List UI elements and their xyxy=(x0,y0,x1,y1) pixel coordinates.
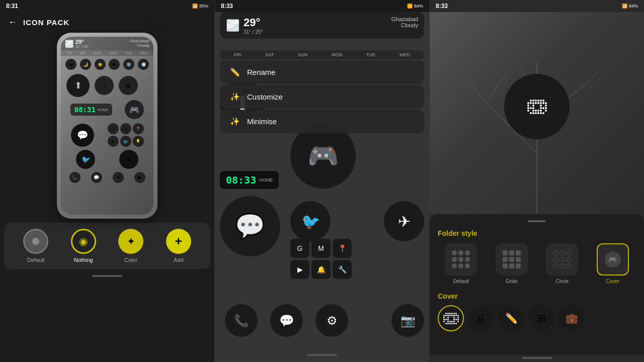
page-title-p1: ICON PACK xyxy=(23,18,69,27)
home-indicator-p3 xyxy=(522,357,552,359)
ctx-weather-condition: Cloudy xyxy=(391,22,418,28)
battery-p2: 84% xyxy=(414,4,423,9)
option-color[interactable]: ✦ Color xyxy=(118,229,143,263)
phone-clock-widget: 08:31 HOME xyxy=(70,104,112,116)
phone-weather: 🌫️ 29° 31° / 25° Ghaziabad Cloudy xyxy=(61,37,153,50)
customize-label: Customize xyxy=(247,93,283,101)
home-indicator-p2 xyxy=(307,354,337,356)
phone-icon-youtube: ▶ xyxy=(134,172,145,183)
status-bar-panel1: 8:31 📶 85% xyxy=(0,0,214,12)
back-button-p1[interactable]: ← xyxy=(8,17,17,28)
folder-opt-circle[interactable]: Circle xyxy=(546,243,578,284)
rename-label: Rename xyxy=(247,68,276,76)
phone-icon-g: G xyxy=(108,123,119,134)
minimise-label: Minimise xyxy=(247,117,277,126)
bg-icon-bubble: 💬 xyxy=(270,304,303,337)
bg-icon-twitter: 🐦 xyxy=(290,201,331,241)
folder-opt-cover-box[interactable]: 🎮 xyxy=(597,243,629,276)
phone-icon-gamepad: 🎮 xyxy=(125,100,144,119)
phone-icon-pin: 📍 xyxy=(133,123,144,134)
option-nothing[interactable]: ◉ Nothing xyxy=(71,229,96,263)
cover-opt-print[interactable]: 🖨 xyxy=(468,305,494,331)
status-icons-p1: 📶 85% xyxy=(192,4,208,9)
ctx-menu-rename[interactable]: ✏️ Rename xyxy=(220,60,424,84)
context-menu: ✏️ Rename ✨ Customize ✨ Minimise xyxy=(220,60,424,133)
phone-icon-bubble: 💬 xyxy=(91,172,102,183)
option-add-circle: + xyxy=(166,229,191,254)
ctx-weather-temp: 29° xyxy=(244,16,260,29)
option-default[interactable]: Default xyxy=(23,229,48,263)
ctx-weather-range: 31° / 25° xyxy=(244,29,263,35)
cover-opt-gamepad[interactable] xyxy=(438,305,464,331)
panel-context-menu: 💬 🎮 ⬆ 🐦 ✈ 📞 💬 ⚙ 📷 G M 📍 ▶ 🔔 🔧 📷 8:33 📶 xyxy=(215,0,429,362)
phone-icon-whatsapp: 💬 xyxy=(71,124,94,147)
folder-opt-grids[interactable]: Grids xyxy=(496,243,528,284)
bg-small-icons: G M 📍 ▶ 🔔 🔧 xyxy=(290,239,352,279)
phone-icon-yt: ▶ xyxy=(108,136,119,147)
status-time-p3: 8:33 xyxy=(436,3,448,10)
panel3-main-icon xyxy=(504,74,570,139)
ctx-clock-text: 08:33 xyxy=(226,174,256,186)
phone-icon-phone: 📞 xyxy=(69,172,80,183)
option-add[interactable]: + Add xyxy=(166,229,191,263)
phone-icon-rain: 🌧 xyxy=(109,59,120,70)
phone-days: FRI SAT SUN MON TUE WED xyxy=(61,50,153,56)
bg-icon-chrome: ⚙ xyxy=(315,304,348,337)
weather-location-p1: Ghaziabad xyxy=(130,39,149,43)
phone-icon-lamp: 💡 xyxy=(133,136,144,147)
option-nothing-label: Nothing xyxy=(74,257,93,263)
folder-opt-cover-label: Cover xyxy=(606,279,619,284)
folder-style-title: Folder style xyxy=(438,229,636,237)
pixel-gamepad-icon xyxy=(527,100,547,114)
folder-opt-circle-label: Circle xyxy=(555,279,569,284)
status-time-p2: 8:33 xyxy=(221,3,233,10)
weather-condition-p1: Cloudy xyxy=(130,43,149,48)
option-add-label: Add xyxy=(174,257,184,263)
option-color-label: Color xyxy=(124,257,137,263)
ctx-menu-customize[interactable]: ✨ Customize xyxy=(220,85,424,109)
folder-opt-grids-label: Grids xyxy=(506,279,518,284)
phone-icon-m: M xyxy=(120,123,131,134)
ctx-weather-icon: 🌫️ xyxy=(226,19,239,32)
bg-icon-phone: 📞 xyxy=(225,304,258,337)
header-p1: ← ICON PACK xyxy=(0,12,214,33)
pixel-gamepad-small-icon xyxy=(443,313,459,324)
signal-icon-p3: 📶 xyxy=(622,4,627,9)
option-nothing-circle: ◉ xyxy=(71,229,96,254)
ctx-weather-location: Ghaziabad xyxy=(391,16,418,22)
phone-icon-music: ♪ xyxy=(95,76,114,95)
svg-line-3 xyxy=(466,78,486,103)
svg-line-5 xyxy=(588,63,608,83)
folder-opt-grids-box[interactable] xyxy=(496,243,528,276)
option-default-dot xyxy=(32,238,39,245)
phone-icon-thread: ⊕ xyxy=(119,76,138,95)
panel-icon-pack: 8:31 📶 85% ← ICON PACK 🌫️ 29° 31° / 25° … xyxy=(0,0,215,362)
cover-preview-icon: 🎮 xyxy=(605,251,621,267)
battery-p3: 84% xyxy=(629,4,638,9)
folder-opt-default[interactable]: Default xyxy=(445,243,477,284)
cover-opt-apps[interactable]: ⊞ xyxy=(528,305,554,331)
weather-icon-p1: 🌫️ xyxy=(65,40,73,48)
home-indicator-p1 xyxy=(92,275,122,277)
status-icons-p2: 📶 84% xyxy=(407,4,423,9)
cover-opt-briefcase[interactable]: 💼 xyxy=(558,305,585,331)
signal-icon-p2: 📶 xyxy=(407,4,413,9)
customize-icon: ✨ xyxy=(230,92,240,102)
ctx-menu-minimise[interactable]: ✨ Minimise xyxy=(220,110,424,133)
cover-opt-edit[interactable]: ✏️ xyxy=(498,305,524,331)
option-default-label: Default xyxy=(27,257,45,263)
folder-opt-default-box[interactable] xyxy=(445,243,477,276)
signal-icon-p1: 📶 xyxy=(192,4,198,9)
phone-clock-label: HOME xyxy=(98,108,108,112)
phone-icon-discord: ⚙ xyxy=(113,172,124,183)
phone-icon-tool: ⬆ xyxy=(66,74,90,97)
option-color-circle: ✦ xyxy=(118,229,143,254)
status-time-p1: 8:31 xyxy=(6,3,18,10)
folder-opt-circle-box[interactable] xyxy=(546,243,578,276)
phone-icon-moon: 🌙 xyxy=(80,59,91,70)
bg-icon-telegram: ✈ xyxy=(384,201,424,241)
folder-opt-default-label: Default xyxy=(453,279,469,284)
folder-opt-cover[interactable]: 🎮 Cover xyxy=(597,243,629,284)
phone-clock-text: 08:31 xyxy=(74,106,96,114)
phone-icon-twitter: 🐦 xyxy=(76,150,95,169)
